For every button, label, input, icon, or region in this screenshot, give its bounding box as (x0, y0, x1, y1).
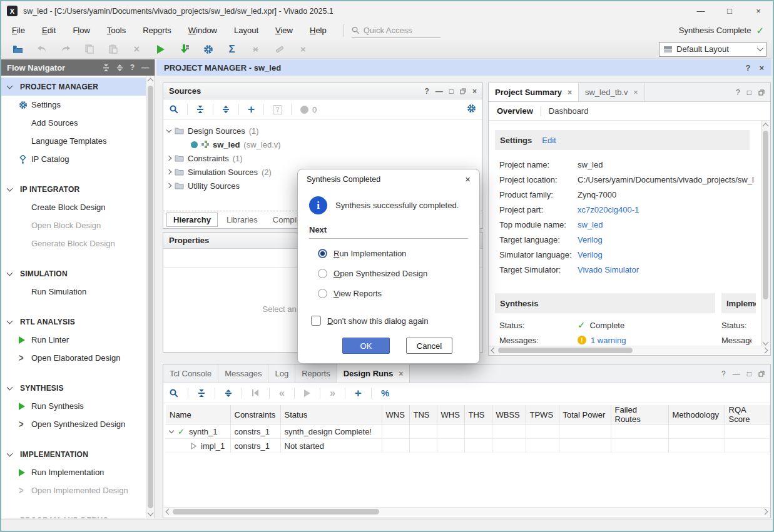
search-icon[interactable] (170, 105, 178, 114)
sidebar-item-synthesis[interactable]: SYNTHESIS (1, 379, 146, 397)
sidebar-item-implementation[interactable]: IMPLEMENTATION (1, 445, 146, 463)
gear-icon[interactable] (467, 104, 476, 113)
sidebar-item-rtl-analysis[interactable]: RTL ANALYSIS (1, 313, 146, 331)
collapse-all-icon[interactable] (196, 106, 204, 113)
tree-item-sw-led[interactable]: sw_led (sw_led.v) (167, 138, 482, 151)
sidebar-item-create-block-design[interactable]: Create Block Design (1, 198, 146, 216)
expand-all-icon[interactable] (225, 389, 232, 397)
target-simulator-link[interactable]: Vivado Simulator (578, 265, 639, 274)
go-to-start-icon[interactable] (252, 389, 260, 397)
menu-reports[interactable]: Reports (143, 23, 171, 38)
close-tab-icon[interactable]: × (634, 88, 638, 97)
sidebar-item-add-sources[interactable]: Add Sources (1, 114, 146, 132)
menu-window[interactable]: Window (188, 23, 217, 38)
play-icon[interactable] (304, 389, 310, 397)
add-sources-icon[interactable]: + (248, 103, 255, 116)
tab-design-runs[interactable]: Design Runs × (337, 364, 410, 383)
tab-sw-led-tb[interactable]: sw_led_tb.v × (579, 83, 645, 101)
warnings-link[interactable]: 1 warning (591, 336, 626, 345)
highlight-icon[interactable] (274, 44, 285, 54)
menu-help[interactable]: Help (310, 23, 327, 38)
sidebar-item-run-linter[interactable]: Run Linter (1, 331, 146, 349)
sidebar-item-language-templates[interactable]: Language Templates (1, 132, 146, 150)
radio-view-reports[interactable]: View Reports (318, 288, 468, 299)
minimize-panel-icon[interactable]: — (733, 369, 740, 378)
tab-log[interactable]: Log (268, 364, 295, 383)
summary-scrollbar-horizontal[interactable] (489, 346, 770, 354)
design-runs-scrollbar-horizontal[interactable] (164, 507, 770, 516)
menu-view[interactable]: View (275, 23, 293, 38)
menu-edit[interactable]: Edit (42, 23, 56, 38)
maximize-panel-icon[interactable]: □ (449, 87, 454, 96)
sidebar-item-ip-catalog[interactable]: IP Catalog (1, 150, 146, 168)
sidebar-item-run-simulation[interactable]: Run Simulation (1, 283, 146, 301)
search-icon[interactable] (170, 389, 178, 398)
message-count-icon[interactable] (300, 106, 308, 114)
unhighlight-icon[interactable]: × (298, 44, 308, 54)
close-panel-icon[interactable]: × (472, 87, 477, 96)
help-icon[interactable]: ? (130, 63, 135, 72)
step-icon[interactable] (179, 44, 190, 54)
delete-icon[interactable]: × (131, 44, 142, 54)
open-folder-icon[interactable] (13, 44, 23, 54)
tree-item-design-sources[interactable]: Design Sources (1) (167, 124, 482, 138)
sidebar-item-open-implemented-design[interactable]: >Open Implemented Design (1, 481, 146, 499)
edit-settings-link[interactable]: Edit (542, 136, 556, 145)
maximize-panel-icon[interactable]: □ (747, 88, 751, 97)
dialog-titlebar[interactable]: Synthesis Completed × (298, 169, 479, 189)
maximize-panel-icon[interactable]: □ (747, 369, 751, 378)
scroll-up-icon[interactable] (148, 78, 154, 84)
float-panel-icon[interactable] (460, 88, 466, 94)
radio-icon[interactable] (318, 269, 327, 278)
close-tab-icon[interactable]: × (568, 88, 572, 97)
minimize-button[interactable]: — (686, 1, 715, 21)
close-button[interactable]: × (744, 1, 773, 21)
settings-gear-icon[interactable] (203, 44, 213, 54)
tab-tcl-console[interactable]: Tcl Console (163, 364, 218, 383)
ok-button[interactable]: OK (342, 338, 390, 354)
sidebar-item-program-and-debug[interactable]: PROGRAM AND DEBUG (1, 511, 146, 518)
tab-libraries[interactable]: Libraries (220, 213, 264, 226)
subtab-dashboard[interactable]: Dashboard (549, 106, 589, 116)
close-tab-icon[interactable]: × (399, 369, 403, 378)
sidebar-item-open-block-design[interactable]: Open Block Design (1, 216, 146, 234)
collapse-all-icon[interactable] (103, 64, 109, 71)
tab-project-summary[interactable]: Project Summary × (489, 83, 579, 101)
create-run-icon[interactable]: + (355, 386, 362, 400)
chevron-down-icon[interactable] (166, 127, 171, 132)
expand-all-icon[interactable] (222, 106, 230, 113)
dialog-close-icon[interactable]: × (465, 174, 471, 184)
tab-hierarchy[interactable]: Hierarchy (166, 213, 218, 227)
dont-show-again-checkbox[interactable]: Don't show this dialog again (311, 316, 468, 326)
sidebar-item-simulation[interactable]: SIMULATION (1, 264, 146, 283)
chevron-right-icon[interactable] (166, 169, 171, 174)
help-icon[interactable]: ? (745, 63, 750, 73)
table-row-impl-1[interactable]: impl_1 constrs_1 Not started (166, 439, 770, 453)
tab-messages[interactable]: Messages (218, 364, 268, 383)
subtab-overview[interactable]: Overview (497, 106, 533, 116)
help-icon[interactable]: ? (721, 369, 726, 378)
copy-icon[interactable] (84, 44, 94, 54)
simulator-language-link[interactable]: Verilog (578, 250, 603, 259)
radio-run-implementation[interactable]: Run Implementation (318, 248, 468, 259)
summary-scrollbar-vertical[interactable] (761, 121, 770, 348)
chevron-right-icon[interactable] (166, 156, 171, 161)
table-row-synth-1[interactable]: ✓synth_1 constrs_1 synth_design Complete… (166, 424, 770, 439)
sidebar-item-open-elaborated-design[interactable]: >Open Elaborated Design (1, 349, 146, 367)
minimize-panel-icon[interactable]: — (435, 87, 443, 96)
help-box-icon[interactable]: ? (273, 105, 282, 114)
collapse-all-icon[interactable] (198, 389, 205, 397)
radio-selected-icon[interactable] (318, 249, 327, 258)
step-back-icon[interactable]: « (279, 388, 285, 399)
menu-flow[interactable]: Flow (73, 23, 89, 38)
chevron-right-icon[interactable] (166, 183, 171, 188)
undo-icon[interactable] (36, 44, 47, 54)
menu-file[interactable]: File (12, 23, 25, 38)
quick-access-search[interactable]: Quick Access (352, 24, 440, 38)
cancel-run-icon[interactable]: × (250, 44, 261, 54)
run-icon[interactable] (155, 44, 166, 54)
checkbox-icon[interactable] (311, 316, 321, 326)
minimize-panel-icon[interactable]: — (141, 63, 149, 72)
flow-navigator-scrollbar[interactable] (146, 76, 155, 518)
expand-all-icon[interactable] (116, 64, 123, 71)
